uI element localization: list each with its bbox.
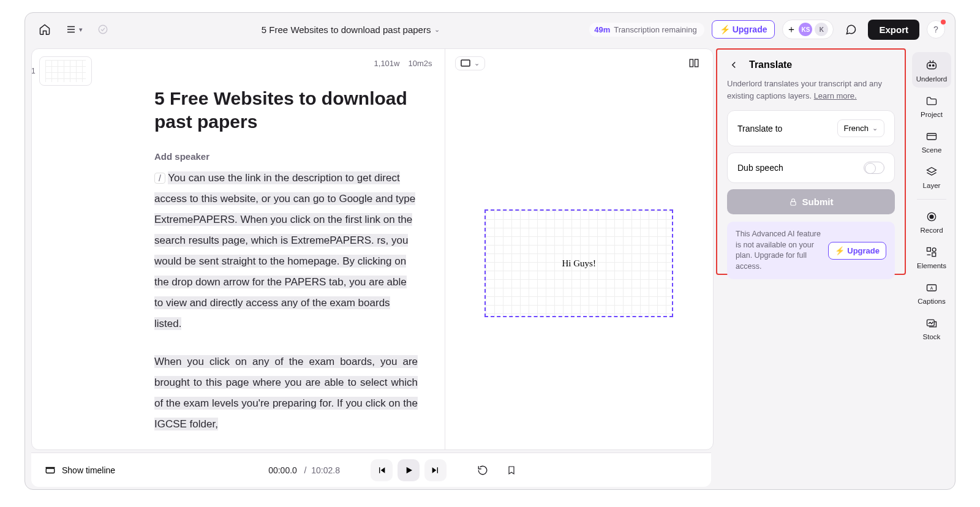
layout-toggle-button[interactable] — [685, 54, 703, 72]
play-button[interactable] — [398, 459, 420, 481]
shapes-icon — [925, 246, 938, 258]
arrow-left-icon — [728, 59, 739, 70]
sync-status[interactable] — [94, 20, 112, 39]
svg-rect-17 — [932, 253, 936, 257]
rail-scene[interactable]: Scene — [912, 124, 951, 159]
top-right: 49m Transcription remaining ⚡ Upgrade ＋ … — [589, 20, 945, 40]
app-window: ▾ 5 Free Websites to download past paper… — [24, 12, 956, 490]
rail-project[interactable]: Project — [912, 89, 951, 123]
scene-thumb[interactable]: 1 — [39, 56, 92, 86]
submit-label: Submit — [802, 197, 834, 207]
loop-icon — [477, 465, 488, 476]
stock-icon — [925, 317, 938, 329]
svg-point-14 — [930, 215, 933, 219]
add-speaker[interactable]: Add speaker — [154, 151, 423, 162]
scene-icon — [925, 130, 938, 143]
current-time: 00:00.0 — [268, 465, 297, 475]
transcript-body[interactable]: / You can use the link in the descriptio… — [154, 168, 418, 435]
skip-back-icon — [377, 465, 386, 475]
editor-panel: 1 1,101w 10m2s 5 Free Websites to downlo… — [31, 48, 714, 450]
translate-title: Translate — [749, 59, 792, 70]
transcript-meta: 1,101w 10m2s — [374, 59, 432, 68]
svg-point-11 — [933, 65, 934, 66]
upgrade-button[interactable]: ⚡ Upgrade — [828, 242, 886, 260]
rail-label: Layer — [923, 182, 941, 189]
menu-icon — [66, 24, 77, 35]
skip-back-button[interactable] — [371, 459, 393, 481]
language-value: French — [844, 124, 869, 133]
word-count: 1,101w — [374, 59, 400, 68]
help-button[interactable]: ? — [927, 20, 945, 39]
translate-desc-text: Underlord translates your transcript and… — [727, 79, 882, 100]
upgrade-notice: This Advanced AI feature is not availabl… — [727, 222, 895, 279]
avatar: KS — [799, 23, 812, 36]
share-users-button[interactable]: ＋ KS K — [782, 20, 834, 39]
right-rail: Underlord Project Scene Layer Record E — [908, 46, 955, 489]
duration: 10m2s — [408, 59, 432, 68]
language-select[interactable]: French ⌄ — [837, 119, 884, 137]
scene-index: 1 — [31, 67, 36, 75]
svg-point-10 — [929, 65, 930, 66]
layers-icon — [925, 166, 938, 178]
translate-description: Underlord translates your transcript and… — [727, 78, 895, 102]
canvas-stage[interactable]: Hi Guys! — [445, 77, 714, 449]
export-button[interactable]: Export — [868, 20, 919, 40]
columns-icon — [688, 58, 699, 69]
folder-icon — [925, 95, 938, 107]
menu-button[interactable]: ▾ — [62, 20, 86, 39]
timeline-icon — [45, 465, 56, 476]
upgrade-button[interactable]: ⚡ Upgrade — [712, 20, 775, 39]
chevron-down-icon: ⌄ — [872, 124, 878, 132]
submit-button[interactable]: Submit — [727, 189, 895, 214]
translate-panel: Translate Underlord translates your tran… — [716, 48, 906, 275]
rail-captions[interactable]: A Captions — [912, 276, 951, 310]
notice-text: This Advanced AI feature is not availabl… — [736, 229, 828, 272]
rail-elements[interactable]: Elements — [912, 240, 951, 274]
project-title-area[interactable]: 5 Free Websites to download past papers … — [121, 24, 581, 35]
home-button[interactable] — [35, 20, 55, 39]
svg-rect-15 — [927, 248, 931, 252]
loop-button[interactable] — [473, 461, 492, 479]
main-area: 1 1,101w 10m2s 5 Free Websites to downlo… — [25, 46, 955, 489]
show-timeline-button[interactable]: Show timeline — [45, 465, 115, 476]
rail-label: Underlord — [916, 75, 948, 83]
svg-rect-4 — [461, 60, 470, 66]
top-bar: ▾ 5 Free Websites to download past paper… — [25, 13, 955, 46]
rail-label: Project — [921, 111, 943, 118]
translate-to-label: Translate to — [737, 124, 782, 133]
rail-stock[interactable]: Stock — [912, 311, 951, 345]
comments-button[interactable] — [841, 20, 861, 39]
rail-underlord[interactable]: Underlord — [912, 52, 951, 88]
chevron-down-icon: ▾ — [79, 26, 83, 34]
rail-label: Record — [920, 227, 943, 234]
video-frame[interactable]: Hi Guys! — [484, 209, 673, 317]
canvas-pane: ⌄ Hi Guys! — [445, 49, 714, 449]
rail-record[interactable]: Record — [912, 205, 951, 239]
skip-forward-button[interactable] — [424, 459, 447, 481]
translate-header: Translate — [727, 58, 895, 72]
rectangle-icon — [461, 59, 470, 67]
scene-list: 1 — [32, 49, 99, 449]
aspect-ratio-button[interactable]: ⌄ — [455, 56, 485, 70]
canvas-toolbar: ⌄ — [445, 49, 714, 77]
transcription-time: 49m — [594, 25, 610, 34]
bolt-icon: ⚡ — [835, 246, 845, 255]
paragraph[interactable]: You can use the link in the description … — [154, 171, 415, 330]
lock-icon — [789, 198, 797, 206]
rail-layer[interactable]: Layer — [912, 160, 951, 194]
chevron-down-icon: ⌄ — [434, 26, 440, 34]
bookmark-button[interactable] — [503, 461, 520, 479]
playhead-time: 00:00.0 / 10:02.8 — [268, 465, 340, 475]
svg-rect-8 — [790, 201, 795, 205]
svg-rect-6 — [695, 59, 698, 67]
dub-speech-label: Dub speech — [737, 163, 783, 173]
dub-speech-toggle[interactable] — [864, 162, 884, 174]
back-button[interactable] — [727, 58, 741, 72]
rail-label: Elements — [917, 262, 946, 269]
learn-more-link[interactable]: Learn more. — [814, 91, 857, 100]
transcript-title[interactable]: 5 Free Websites to download past papers — [154, 87, 423, 133]
robot-icon — [925, 58, 938, 72]
frame-text: Hi Guys! — [562, 258, 596, 269]
dub-speech-card: Dub speech — [727, 152, 895, 183]
paragraph[interactable]: When you click on any of the exam boards… — [154, 355, 418, 430]
